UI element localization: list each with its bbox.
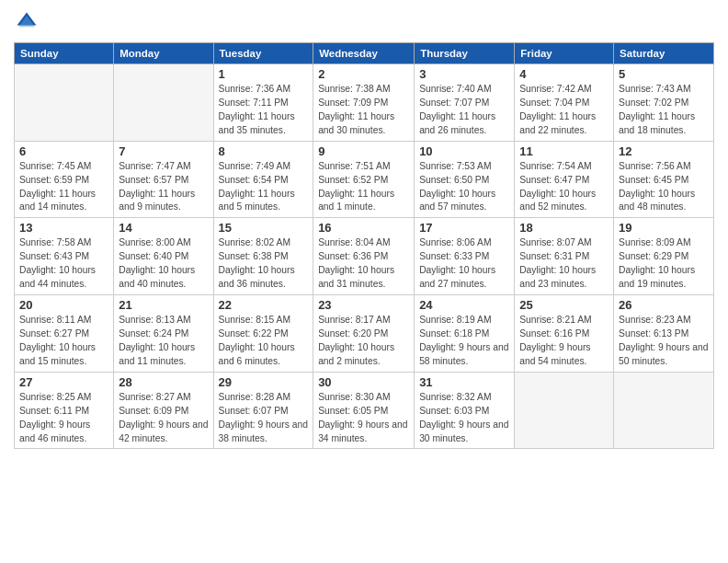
day-number: 14 — [119, 221, 208, 235]
calendar-cell: 27Sunrise: 8:25 AM Sunset: 6:11 PM Dayli… — [15, 372, 114, 449]
day-number: 18 — [519, 221, 609, 235]
day-number: 13 — [19, 221, 108, 235]
day-info: Sunrise: 8:13 AM Sunset: 6:24 PM Dayligh… — [119, 314, 208, 369]
day-number: 25 — [519, 298, 609, 312]
day-info: Sunrise: 7:47 AM Sunset: 6:57 PM Dayligh… — [119, 160, 208, 215]
calendar-cell: 10Sunrise: 7:53 AM Sunset: 6:50 PM Dayli… — [415, 141, 515, 218]
weekday-header-wednesday: Wednesday — [313, 43, 415, 64]
day-number: 20 — [19, 298, 108, 312]
calendar-cell: 15Sunrise: 8:02 AM Sunset: 6:38 PM Dayli… — [213, 218, 313, 295]
day-info: Sunrise: 7:45 AM Sunset: 6:59 PM Dayligh… — [19, 160, 108, 215]
day-info: Sunrise: 8:06 AM Sunset: 6:33 PM Dayligh… — [419, 236, 509, 292]
day-info: Sunrise: 7:53 AM Sunset: 6:50 PM Dayligh… — [419, 160, 509, 215]
day-number: 22 — [219, 298, 309, 312]
calendar-cell: 16Sunrise: 8:04 AM Sunset: 6:36 PM Dayli… — [313, 218, 415, 295]
day-number: 7 — [119, 144, 208, 158]
day-number: 10 — [419, 144, 509, 158]
calendar-cell: 9Sunrise: 7:51 AM Sunset: 6:52 PM Daylig… — [313, 141, 415, 218]
day-info: Sunrise: 8:23 AM Sunset: 6:13 PM Dayligh… — [619, 314, 709, 369]
day-number: 26 — [619, 298, 709, 312]
weekday-header-thursday: Thursday — [415, 43, 515, 64]
day-info: Sunrise: 8:11 AM Sunset: 6:27 PM Dayligh… — [19, 314, 108, 369]
calendar-cell — [515, 372, 614, 449]
day-info: Sunrise: 8:30 AM Sunset: 6:05 PM Dayligh… — [318, 391, 409, 446]
day-info: Sunrise: 7:49 AM Sunset: 6:54 PM Dayligh… — [219, 160, 309, 215]
calendar-cell: 12Sunrise: 7:56 AM Sunset: 6:45 PM Dayli… — [614, 141, 714, 218]
day-info: Sunrise: 7:36 AM Sunset: 7:11 PM Dayligh… — [219, 83, 309, 138]
day-number: 5 — [619, 67, 709, 81]
weekday-header-saturday: Saturday — [614, 43, 714, 64]
page: SundayMondayTuesdayWednesdayThursdayFrid… — [0, 0, 728, 563]
calendar-cell: 28Sunrise: 8:27 AM Sunset: 6:09 PM Dayli… — [114, 372, 213, 449]
day-info: Sunrise: 8:21 AM Sunset: 6:16 PM Dayligh… — [519, 314, 609, 369]
day-number: 3 — [419, 67, 509, 81]
day-number: 23 — [318, 298, 409, 312]
day-number: 6 — [19, 144, 108, 158]
day-info: Sunrise: 8:04 AM Sunset: 6:36 PM Dayligh… — [318, 236, 409, 292]
weekday-header-row: SundayMondayTuesdayWednesdayThursdayFrid… — [15, 43, 714, 64]
calendar-cell: 24Sunrise: 8:19 AM Sunset: 6:18 PM Dayli… — [415, 295, 515, 373]
day-number: 9 — [318, 144, 409, 158]
day-number: 29 — [219, 375, 309, 389]
calendar-week-4: 27Sunrise: 8:25 AM Sunset: 6:11 PM Dayli… — [15, 372, 714, 449]
calendar-cell: 30Sunrise: 8:30 AM Sunset: 6:05 PM Dayli… — [313, 372, 415, 449]
day-number: 16 — [318, 221, 409, 235]
day-number: 30 — [318, 375, 409, 389]
day-number: 31 — [419, 375, 509, 389]
day-info: Sunrise: 8:27 AM Sunset: 6:09 PM Dayligh… — [119, 391, 208, 446]
calendar-cell: 1Sunrise: 7:36 AM Sunset: 7:11 PM Daylig… — [213, 64, 313, 142]
day-info: Sunrise: 8:07 AM Sunset: 6:31 PM Dayligh… — [519, 236, 609, 292]
day-info: Sunrise: 8:00 AM Sunset: 6:40 PM Dayligh… — [119, 236, 208, 292]
day-info: Sunrise: 7:43 AM Sunset: 7:02 PM Dayligh… — [619, 83, 709, 138]
logo-icon — [14, 9, 40, 35]
calendar-cell: 7Sunrise: 7:47 AM Sunset: 6:57 PM Daylig… — [114, 141, 213, 218]
day-number: 17 — [419, 221, 509, 235]
day-number: 19 — [619, 221, 709, 235]
calendar-cell: 6Sunrise: 7:45 AM Sunset: 6:59 PM Daylig… — [15, 141, 114, 218]
day-info: Sunrise: 8:15 AM Sunset: 6:22 PM Dayligh… — [219, 314, 309, 369]
calendar-cell — [114, 64, 213, 142]
day-number: 8 — [219, 144, 309, 158]
calendar-week-2: 13Sunrise: 7:58 AM Sunset: 6:43 PM Dayli… — [15, 218, 714, 295]
header — [14, 9, 714, 35]
day-number: 24 — [419, 298, 509, 312]
calendar-cell: 21Sunrise: 8:13 AM Sunset: 6:24 PM Dayli… — [114, 295, 213, 373]
calendar-cell: 19Sunrise: 8:09 AM Sunset: 6:29 PM Dayli… — [614, 218, 714, 295]
calendar-cell: 22Sunrise: 8:15 AM Sunset: 6:22 PM Dayli… — [213, 295, 313, 373]
day-info: Sunrise: 7:58 AM Sunset: 6:43 PM Dayligh… — [19, 236, 108, 292]
day-info: Sunrise: 8:25 AM Sunset: 6:11 PM Dayligh… — [19, 391, 108, 446]
calendar-cell: 8Sunrise: 7:49 AM Sunset: 6:54 PM Daylig… — [213, 141, 313, 218]
day-number: 28 — [119, 375, 208, 389]
calendar-cell: 20Sunrise: 8:11 AM Sunset: 6:27 PM Dayli… — [15, 295, 114, 373]
weekday-header-friday: Friday — [515, 43, 614, 64]
day-info: Sunrise: 8:32 AM Sunset: 6:03 PM Dayligh… — [419, 391, 509, 446]
day-number: 27 — [19, 375, 108, 389]
day-info: Sunrise: 8:17 AM Sunset: 6:20 PM Dayligh… — [318, 314, 409, 369]
calendar-cell: 18Sunrise: 8:07 AM Sunset: 6:31 PM Dayli… — [515, 218, 614, 295]
calendar-cell — [614, 372, 714, 449]
day-info: Sunrise: 8:09 AM Sunset: 6:29 PM Dayligh… — [619, 236, 709, 292]
calendar-cell: 11Sunrise: 7:54 AM Sunset: 6:47 PM Dayli… — [515, 141, 614, 218]
day-info: Sunrise: 8:02 AM Sunset: 6:38 PM Dayligh… — [219, 236, 309, 292]
calendar-cell: 26Sunrise: 8:23 AM Sunset: 6:13 PM Dayli… — [614, 295, 714, 373]
calendar-week-1: 6Sunrise: 7:45 AM Sunset: 6:59 PM Daylig… — [15, 141, 714, 218]
logo — [14, 9, 43, 35]
day-info: Sunrise: 7:42 AM Sunset: 7:04 PM Dayligh… — [519, 83, 609, 138]
weekday-header-tuesday: Tuesday — [213, 43, 313, 64]
calendar-cell: 17Sunrise: 8:06 AM Sunset: 6:33 PM Dayli… — [415, 218, 515, 295]
calendar-cell: 31Sunrise: 8:32 AM Sunset: 6:03 PM Dayli… — [415, 372, 515, 449]
day-info: Sunrise: 7:54 AM Sunset: 6:47 PM Dayligh… — [519, 160, 609, 215]
calendar-cell: 25Sunrise: 8:21 AM Sunset: 6:16 PM Dayli… — [515, 295, 614, 373]
calendar-cell: 2Sunrise: 7:38 AM Sunset: 7:09 PM Daylig… — [313, 64, 415, 142]
day-info: Sunrise: 8:19 AM Sunset: 6:18 PM Dayligh… — [419, 314, 509, 369]
day-info: Sunrise: 8:28 AM Sunset: 6:07 PM Dayligh… — [219, 391, 309, 446]
day-info: Sunrise: 7:51 AM Sunset: 6:52 PM Dayligh… — [318, 160, 409, 215]
day-info: Sunrise: 7:56 AM Sunset: 6:45 PM Dayligh… — [619, 160, 709, 215]
calendar-week-3: 20Sunrise: 8:11 AM Sunset: 6:27 PM Dayli… — [15, 295, 714, 373]
calendar-cell: 3Sunrise: 7:40 AM Sunset: 7:07 PM Daylig… — [415, 64, 515, 142]
calendar-cell: 23Sunrise: 8:17 AM Sunset: 6:20 PM Dayli… — [313, 295, 415, 373]
day-number: 12 — [619, 144, 709, 158]
day-number: 21 — [119, 298, 208, 312]
calendar-cell: 29Sunrise: 8:28 AM Sunset: 6:07 PM Dayli… — [213, 372, 313, 449]
weekday-header-sunday: Sunday — [15, 43, 114, 64]
